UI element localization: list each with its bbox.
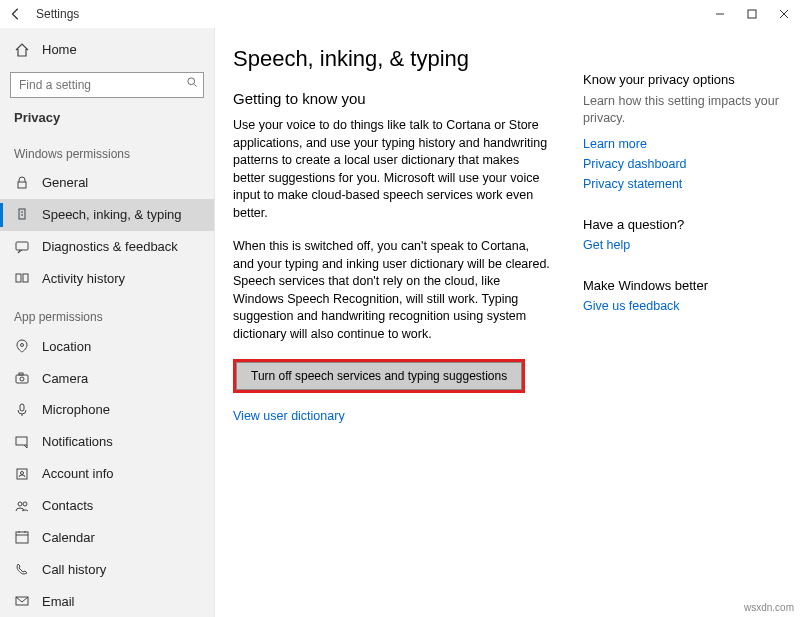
svg-rect-4 [18,182,26,188]
feedback-icon [14,239,30,255]
group-windows-permissions: Windows permissions [0,131,214,167]
close-button[interactable] [768,0,800,28]
nav-label: Location [42,339,91,354]
svg-point-20 [23,502,27,506]
svg-point-18 [21,471,24,474]
svg-rect-16 [16,437,27,445]
main-content: Speech, inking, & typing Getting to know… [215,28,800,617]
nav-label: General [42,175,88,190]
svg-rect-1 [748,10,756,18]
nav-label: Speech, inking, & typing [42,207,181,222]
turn-off-speech-button[interactable]: Turn off speech services and typing sugg… [236,362,522,390]
description-1: Use your voice to do things like talk to… [233,117,553,222]
titlebar: Settings [0,0,800,28]
contacts-icon [14,498,30,514]
svg-rect-12 [16,375,28,383]
sidebar-item-speech-inking-typing[interactable]: Speech, inking, & typing [0,199,214,231]
page-title: Speech, inking, & typing [233,46,559,72]
privacy-statement-link[interactable]: Privacy statement [583,177,782,191]
inking-icon [14,207,30,223]
camera-icon [14,370,30,386]
svg-rect-15 [20,404,24,411]
section-heading: Getting to know you [233,90,559,107]
svg-rect-5 [19,209,25,219]
aside-privacy-heading: Know your privacy options [583,72,782,87]
location-icon [14,338,30,354]
svg-point-13 [20,377,24,381]
svg-rect-21 [16,532,28,543]
minimize-button[interactable] [704,0,736,28]
home-icon [14,42,30,58]
search-input[interactable] [10,72,204,98]
lock-icon [14,175,30,191]
sidebar: Home Privacy Windows permissions General… [0,28,215,617]
nav-label: Microphone [42,402,110,417]
back-button[interactable] [0,0,32,28]
svg-rect-8 [16,242,28,250]
sidebar-item-calendar[interactable]: Calendar [0,521,214,553]
nav-label: Camera [42,371,88,386]
give-feedback-link[interactable]: Give us feedback [583,299,782,313]
history-icon [14,270,30,286]
highlighted-button-frame: Turn off speech services and typing sugg… [233,359,525,393]
privacy-dashboard-link[interactable]: Privacy dashboard [583,157,782,171]
search-wrap [0,66,214,108]
description-2: When this is switched off, you can't spe… [233,238,553,343]
sidebar-item-activity-history[interactable]: Activity history [0,262,214,294]
nav-label: Notifications [42,434,113,449]
svg-point-19 [18,502,22,506]
sidebar-item-contacts[interactable]: Contacts [0,490,214,522]
aside-privacy-sub: Learn how this setting impacts your priv… [583,93,782,127]
watermark: wsxdn.com [744,602,794,613]
nav-label: Contacts [42,498,93,513]
sidebar-item-location[interactable]: Location [0,330,214,362]
nav-label: Calendar [42,530,95,545]
aside-panel: Know your privacy options Learn how this… [583,46,782,599]
notifications-icon [14,434,30,450]
svg-point-11 [21,344,24,347]
nav-label: Call history [42,562,106,577]
nav-label: Diagnostics & feedback [42,239,178,254]
nav-label: Account info [42,466,114,481]
sidebar-item-account-info[interactable]: Account info [0,458,214,490]
maximize-button[interactable] [736,0,768,28]
svg-rect-14 [19,373,23,375]
aside-better-heading: Make Windows better [583,278,782,293]
home-label: Home [42,42,77,57]
nav-label: Email [42,594,75,609]
window-title: Settings [36,7,79,21]
learn-more-link[interactable]: Learn more [583,137,782,151]
svg-rect-10 [23,274,28,282]
sidebar-item-call-history[interactable]: Call history [0,553,214,585]
call-icon [14,561,30,577]
sidebar-item-general[interactable]: General [0,167,214,199]
account-icon [14,466,30,482]
get-help-link[interactable]: Get help [583,238,782,252]
microphone-icon [14,402,30,418]
sidebar-item-microphone[interactable]: Microphone [0,394,214,426]
section-heading: Privacy [0,110,214,125]
sidebar-item-camera[interactable]: Camera [0,362,214,394]
home-button[interactable]: Home [0,34,214,66]
nav-label: Activity history [42,271,125,286]
view-user-dictionary-link[interactable]: View user dictionary [233,409,559,423]
svg-rect-9 [16,274,21,282]
group-app-permissions: App permissions [0,294,214,330]
sidebar-item-notifications[interactable]: Notifications [0,426,214,458]
email-icon [14,593,30,609]
sidebar-item-email[interactable]: Email [0,585,214,617]
aside-question-heading: Have a question? [583,217,782,232]
sidebar-item-diagnostics-feedback[interactable]: Diagnostics & feedback [0,231,214,263]
calendar-icon [14,529,30,545]
